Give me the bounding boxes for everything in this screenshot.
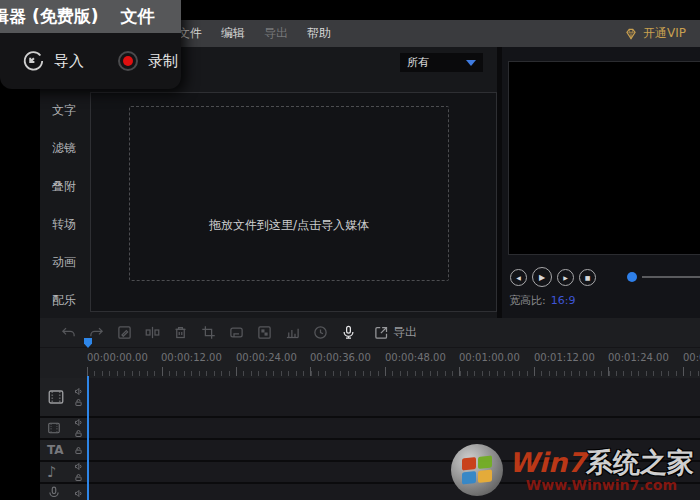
chevron-down-icon [466,60,476,66]
app-window: 文件 编辑 导出 帮助 开通VIP 文字 滤镜 叠附 转场 动画 配乐 录制 所… [40,20,700,500]
ruler-timestamp: 00:00:00.00 [87,352,148,363]
popup-file-menu[interactable]: 文件 [120,5,154,28]
microphone-icon [47,486,61,500]
video-track-lane[interactable] [88,378,700,416]
timeline-ruler[interactable]: 00:00:00.00 00:00:12.00 00:00:24.00 00:0… [40,348,700,378]
aspect-ratio-value[interactable]: 16:9 [551,294,576,307]
sidebar-item-filter[interactable]: 滤镜 [40,129,88,167]
menu-help[interactable]: 帮助 [307,25,331,42]
music-track-header: ♪ [40,462,88,482]
timeline-section: 导出 00:00:00.00 00:00:12.00 00:00:24.00 0… [40,318,700,500]
crop-icon[interactable] [200,324,217,341]
edit-icon[interactable] [116,324,133,341]
track-row-pip [40,418,700,440]
stop-button[interactable]: ■ [579,269,596,286]
next-frame-button[interactable]: ▶ [557,269,574,286]
export-icon [374,325,389,340]
mosaic-icon[interactable] [256,324,273,341]
track-row-video [40,378,700,418]
watermark-text: Win7系统之家 Www.Winwin7.com [509,449,694,492]
seek-bar[interactable] [642,276,700,278]
media-filter-value: 所有 [407,55,429,70]
track-lock-icon[interactable] [74,398,83,407]
record-label: 录制 [148,52,178,71]
watermark-brand-suffix: 系统之家 [586,447,694,478]
aspect-ratio-label: 宽高比: [509,294,546,307]
pip-track-lane[interactable] [88,418,700,438]
popup-body: 导入 录制 [0,33,181,89]
sidebar-item-music[interactable]: 配乐 [40,281,88,319]
sidebar-item-animation[interactable]: 动画 [40,243,88,281]
ruler-timestamp: 00:00:24.00 [236,352,297,363]
track-mute-icon[interactable] [74,489,83,498]
playback-controls: ◀ ▶ ▶ ■ [510,266,700,288]
vip-label: 开通VIP [643,25,686,42]
popup-title-bar: 辑器 (免费版) 文件 [0,0,181,33]
track-lock-icon[interactable] [74,473,83,482]
timeline-toolbar: 导出 [40,318,700,348]
play-button[interactable]: ▶ [532,267,552,287]
video-preview [508,61,700,255]
export-label: 导出 [393,324,417,341]
track-lock-icon[interactable] [74,446,83,455]
watermark-url: Www.Winwin7.com [509,478,694,492]
windows-logo-icon [451,444,503,496]
vip-diamond-icon [624,27,638,41]
track-mute-icon[interactable] [74,387,83,396]
vip-upgrade-button[interactable]: 开通VIP [624,25,686,42]
import-button[interactable]: 导入 [22,50,84,72]
record-icon [118,51,138,71]
text-track-header: TA [40,440,88,460]
sidebar-item-text[interactable]: 文字 [40,91,88,129]
magnifier-popup: 辑器 (免费版) 文件 导入 录制 [0,0,181,89]
microphone-icon[interactable] [340,324,357,341]
ruler-timestamp: 00:01:36.00 [683,352,700,363]
sidebar-item-transition[interactable]: 转场 [40,205,88,243]
ruler-timestamp: 00:00:48.00 [385,352,446,363]
export-button[interactable]: 导出 [374,324,417,341]
text-track-icon: TA [47,443,64,457]
sidebar-item-overlay[interactable]: 叠附 [40,167,88,205]
ruler-timestamp: 00:00:36.00 [310,352,371,363]
aspect-ratio-row: 宽高比:16:9 [509,293,575,308]
zoom-level-icon[interactable] [284,324,301,341]
media-dropzone[interactable]: 拖放文件到这里/点击导入媒体 [129,106,449,281]
media-library: 拖放文件到这里/点击导入媒体 [90,92,497,312]
import-label: 导入 [54,52,84,71]
watermark-brand-prefix: Win7 [509,447,586,478]
duration-icon[interactable] [312,324,329,341]
import-icon [22,50,44,72]
preview-panel: ◀ ▶ ▶ ■ 宽高比:16:9 [502,47,700,318]
delete-icon[interactable] [172,324,189,341]
dropzone-text: 拖放文件到这里/点击导入媒体 [209,217,369,234]
voice-track-header [40,484,88,500]
menu-edit[interactable]: 编辑 [221,25,245,42]
playhead-line [87,376,89,500]
menu-file[interactable]: 文件 [178,25,202,42]
film-strip-icon [47,388,65,406]
menu-export[interactable]: 导出 [264,25,288,42]
music-note-icon: ♪ [47,463,57,481]
seek-handle[interactable] [627,272,637,282]
previous-frame-button[interactable]: ◀ [510,269,527,286]
film-strip-icon [47,421,61,435]
track-mute-icon[interactable] [74,462,83,471]
watermark: Win7系统之家 Www.Winwin7.com [451,444,694,496]
track-mute-icon[interactable] [74,418,83,427]
split-icon[interactable] [144,324,161,341]
ruler-timestamp: 00:01:24.00 [608,352,669,363]
pip-track-header [40,418,88,438]
ruler-timestamp: 00:00:12.00 [161,352,222,363]
undo-icon[interactable] [60,324,77,341]
media-filter-dropdown[interactable]: 所有 [400,53,483,72]
ruler-timestamp: 00:01:00.00 [459,352,520,363]
record-button[interactable]: 录制 [118,51,178,71]
snapshot-icon[interactable] [228,324,245,341]
popup-app-title: 辑器 (免费版) [0,5,98,28]
video-track-header [40,378,88,416]
track-lock-icon[interactable] [74,429,83,438]
ruler-major-ticks [87,367,700,376]
ruler-timestamp: 00:01:12.00 [534,352,595,363]
